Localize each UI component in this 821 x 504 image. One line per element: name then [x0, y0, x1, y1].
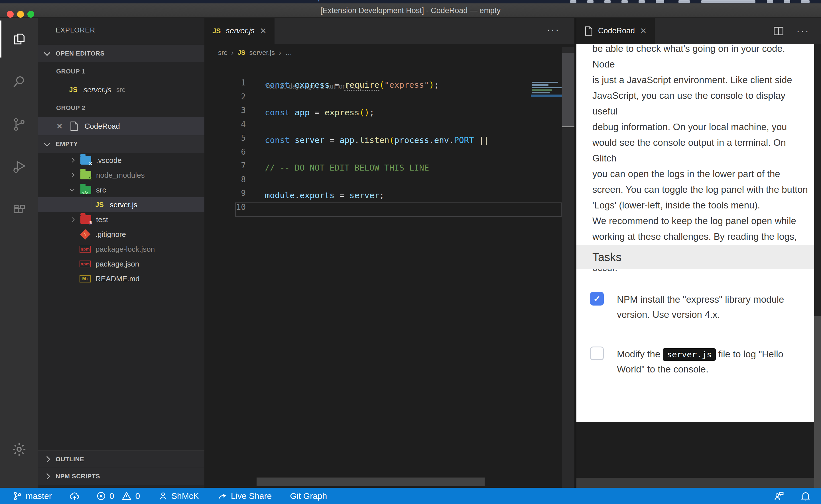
- chevron-right-icon: [70, 173, 75, 178]
- menu-help[interactable]: Help: [307, 0, 322, 2]
- settings-gear-button[interactable]: [0, 428, 38, 471]
- open-editors-group1: GROUP 1: [38, 62, 204, 81]
- chevron-right-icon: [44, 456, 50, 463]
- lesson-text: be able to check what's going on in your…: [592, 44, 809, 276]
- checkbox-unchecked-icon[interactable]: [590, 347, 604, 360]
- username: ShMcK: [171, 491, 199, 501]
- breadcrumb-file[interactable]: server.js: [250, 49, 275, 57]
- code-line[interactable]: // -- DO NOT EDIT BELOW THIS LINE: [265, 161, 429, 175]
- breadcrumb-symbol[interactable]: …: [285, 49, 292, 57]
- chevron-right-icon: ›: [279, 48, 281, 57]
- chevron-down-icon: [70, 187, 75, 192]
- editor-vertical-scrollbar[interactable]: [562, 47, 574, 488]
- minimap-line: [532, 84, 548, 86]
- code-line[interactable]: const express = require("express");: [265, 78, 439, 92]
- editor-group-divider[interactable]: [574, 18, 576, 488]
- open-editor-coderoad[interactable]: ✕ CodeRoad: [38, 117, 204, 135]
- npm-scripts-section-header[interactable]: NPM SCRIPTS: [38, 468, 204, 485]
- menu-selection[interactable]: Selection: [107, 0, 138, 2]
- warning-count: 0: [135, 491, 140, 501]
- activitybar-source-control[interactable]: [0, 103, 38, 146]
- close-icon[interactable]: ✕: [56, 122, 63, 131]
- file-icon: [68, 121, 80, 131]
- tree-item-label: package-lock.json: [95, 245, 155, 254]
- menu-terminal[interactable]: Terminal: [228, 0, 256, 2]
- open-editor-server-js[interactable]: JS server.js src: [38, 81, 204, 99]
- minimap-line: [532, 92, 550, 93]
- feedback-icon[interactable]: [773, 490, 785, 502]
- live-share-label: Live Share: [231, 491, 272, 501]
- activitybar-search[interactable]: [0, 60, 38, 103]
- npm-icon: npm: [79, 261, 91, 267]
- tree-item-gitignore[interactable]: ⑂ .gitignore: [38, 227, 204, 242]
- close-tab-icon[interactable]: ✕: [260, 26, 266, 36]
- task-text: NPM install the "express" library module…: [617, 292, 799, 322]
- menu-view[interactable]: View: [150, 0, 166, 2]
- tree-item-package-lock[interactable]: npm package-lock.json: [38, 242, 204, 257]
- tree-item-node-modules[interactable]: ⬡ node_modules: [38, 168, 204, 183]
- code-line[interactable]: const server = app.listen(process.env.PO…: [265, 133, 489, 147]
- editor-horizontal-scrollbar[interactable]: [257, 478, 485, 486]
- editor-more-actions-icon[interactable]: ···: [547, 24, 560, 35]
- close-tab-icon[interactable]: ✕: [640, 26, 647, 36]
- menu-window[interactable]: Window: [268, 0, 294, 2]
- tree-item-test[interactable]: ⚗ test: [38, 212, 204, 227]
- scrollbar-thumb[interactable]: [562, 53, 574, 127]
- git-branch-status[interactable]: master: [13, 491, 52, 501]
- menubar-clock: [701, 0, 755, 3]
- activitybar-extensions[interactable]: [0, 189, 38, 231]
- git-graph-label: Git Graph: [290, 491, 327, 501]
- sync-changes-button[interactable]: [69, 490, 80, 502]
- tree-item-readme[interactable]: M↓ README.md: [38, 271, 204, 286]
- source-control-icon: [12, 117, 26, 132]
- code-line[interactable]: module.exports = server;: [265, 189, 384, 202]
- checkbox-checked-icon[interactable]: ✓: [590, 292, 604, 306]
- live-share-button[interactable]: Live Share: [217, 491, 272, 501]
- files-icon: [12, 32, 26, 46]
- menu-code[interactable]: Code: [27, 0, 45, 2]
- breadcrumb-src[interactable]: src: [218, 49, 227, 57]
- account-status[interactable]: ShMcK: [158, 491, 199, 501]
- menubar-status-icon: [622, 0, 628, 3]
- activitybar-run-debug[interactable]: [0, 146, 38, 189]
- split-editor-icon[interactable]: [774, 27, 783, 35]
- error-count: 0: [109, 491, 114, 501]
- cloud-upload-icon: [69, 490, 80, 502]
- menubar-control-center-icon: [801, 0, 810, 3]
- menubar-search-icon: [767, 0, 773, 3]
- activitybar-explorer[interactable]: [0, 18, 38, 60]
- menu-run[interactable]: Run: [201, 0, 215, 2]
- run-debug-icon: [12, 160, 26, 175]
- minimap[interactable]: [531, 53, 562, 98]
- outline-section-header[interactable]: OUTLINE: [38, 451, 204, 468]
- open-editor-label: server.js: [83, 85, 111, 94]
- task-text: Modify the server.js file to log "Hello …: [617, 347, 799, 377]
- tree-item-src[interactable]: </> src: [38, 183, 204, 197]
- tree-item-label: node_modules: [96, 171, 145, 180]
- menu-edit[interactable]: Edit: [82, 0, 95, 2]
- menu-file[interactable]: File: [58, 0, 70, 2]
- tree-item-label: .vscode: [96, 156, 122, 165]
- menu-go[interactable]: Go: [179, 0, 189, 2]
- panel-more-actions-icon[interactable]: ···: [797, 25, 810, 36]
- notifications-bell-icon[interactable]: [800, 490, 811, 502]
- tree-item-server-js[interactable]: JS server.js: [38, 197, 204, 212]
- menubar-status-icon: [570, 0, 576, 3]
- menubar-status-icon: [604, 0, 610, 3]
- tree-item-package-json[interactable]: npm package.json: [38, 257, 204, 271]
- open-editors-header[interactable]: OPEN EDITORS: [38, 45, 204, 62]
- line-number: 3: [223, 106, 246, 115]
- menubar-siri-icon: [784, 0, 790, 3]
- indent-guide: [91, 197, 92, 212]
- problems-status[interactable]: 0 0: [96, 491, 140, 501]
- tab-coderoad[interactable]: CodeRoad ✕: [576, 18, 655, 44]
- code-line[interactable]: const app = express();: [265, 106, 374, 119]
- tree-item-vscode[interactable]: ✕ .vscode: [38, 153, 204, 168]
- folder-section-header[interactable]: EMPTY: [38, 135, 204, 153]
- coderoad-scrollbar[interactable]: [814, 44, 821, 488]
- open-editors-label: OPEN EDITORS: [56, 50, 105, 57]
- person-icon: [158, 491, 168, 501]
- tab-server-js[interactable]: JS server.js ✕: [204, 18, 275, 44]
- git-graph-button[interactable]: Git Graph: [290, 491, 327, 501]
- scrollbar-thumb[interactable]: [814, 316, 821, 488]
